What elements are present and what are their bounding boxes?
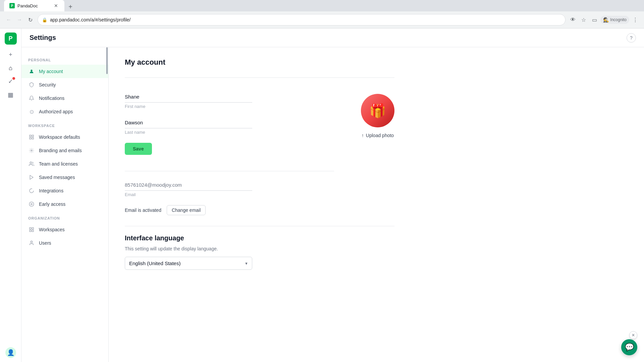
early-access-icon [28,201,35,207]
personal-section-label: PERSONAL [21,55,108,65]
upload-photo-button[interactable]: ↑ Upload photo [362,133,394,138]
refresh-button[interactable]: ↻ [25,15,35,24]
settings-main: My account First name [109,47,644,362]
authorized-apps-label: Authorized apps [39,109,73,114]
integrations-label: Integrations [39,188,63,193]
workspace-defaults-icon [28,134,35,140]
tab-favicon: P [9,3,15,8]
sidebar-item-authorized-apps[interactable]: ⊙ Authorized apps [21,105,108,118]
svg-rect-11 [32,228,34,229]
workspace-defaults-label: Workspace defaults [39,134,80,140]
bar-chart-icon: ▦ [8,91,13,99]
chat-icon: 💬 [625,343,634,352]
branding-emails-label: Branding and emails [39,148,82,153]
sidebar-item-early-access[interactable]: Early access [21,197,108,211]
upload-icon: ↑ [362,133,364,138]
team-licenses-icon [28,161,35,167]
last-name-group: Last name [125,117,334,135]
security-icon [28,81,35,88]
new-tab-button[interactable]: + [66,2,75,11]
help-icon: ? [630,35,633,41]
svg-point-6 [30,162,32,164]
interface-language-title: Interface language [125,234,394,242]
users-label: Users [39,240,51,246]
sidebar-item-saved-messages[interactable]: Saved messages [21,171,108,184]
branding-emails-icon [28,147,35,154]
sidebar-item-users[interactable]: Users [21,236,108,250]
sidebar-item-security[interactable]: Security [21,78,108,92]
svg-rect-3 [32,137,34,139]
sidebar-item-my-account[interactable]: My account [21,65,108,78]
forward-button[interactable]: → [15,15,24,24]
first-name-input[interactable] [125,91,252,103]
menu-button[interactable]: ⋮ [631,15,640,24]
authorized-apps-icon: ⊙ [28,108,35,115]
browser-chrome: P PandaDoc ✕ + ← → ↻ 🔒 app.pandado [0,0,644,28]
profile-content: First name Last name [125,86,394,215]
svg-rect-1 [30,135,31,137]
home-icon: ⌂ [9,65,12,72]
sidebar-item-branding-emails[interactable]: Branding and emails [21,144,108,157]
team-licenses-label: Team and licenses [39,161,78,167]
scrollbar-thumb[interactable] [106,47,108,74]
sidebar-notifications-button[interactable]: ✓ [5,75,17,87]
svg-rect-10 [30,228,31,229]
star-icon: ☆ [581,17,586,23]
incognito-label: Incognito [610,17,627,22]
security-label: Security [39,82,56,87]
sidebar-item-integrations[interactable]: Integrations [21,184,108,197]
sidebar-item-workspaces[interactable]: Workspaces [21,223,108,236]
svg-point-5 [31,150,32,151]
settings-header: Settings ? [21,28,644,47]
close-chat-button[interactable]: ✕ [629,331,637,339]
back-button[interactable]: ← [4,15,13,24]
svg-rect-13 [30,230,31,232]
interface-language-description: This setting will update the display lan… [125,246,394,251]
split-view-icon: ▭ [592,17,597,23]
email-group: Email [125,179,334,197]
browser-tab-bar: P PandaDoc ✕ + [0,0,644,11]
workspaces-label: Workspaces [39,227,65,232]
sidebar-add-button[interactable]: + [5,49,17,61]
save-button[interactable]: Save [125,143,152,155]
early-access-label: Early access [39,201,65,207]
first-name-group: First name [125,91,334,109]
change-email-button[interactable]: Change email [167,205,206,215]
browser-tab[interactable]: P PandaDoc ✕ [4,0,64,11]
sidebar-item-workspace-defaults[interactable]: Workspace defaults [21,130,108,144]
eye-crossed-button[interactable]: 👁 [568,15,578,24]
organization-section-label: ORGANIZATION [21,214,108,223]
page-section-title: My account [125,58,394,67]
profile-photo-image: 🎁 [361,94,394,127]
email-activated-text: Email is activated [125,207,161,213]
interface-language-section: Interface language This setting will upd… [125,226,394,270]
language-section-divider [125,226,394,226]
integrations-icon [28,187,35,194]
user-avatar[interactable]: 👤 [5,347,16,358]
language-select[interactable]: English (United States) English (UK) Fre… [125,257,252,270]
email-divider [125,171,334,171]
last-name-input[interactable] [125,117,252,128]
sidebar-analytics-button[interactable]: ▦ [5,89,17,101]
notifications-label: Notifications [39,96,64,101]
close-chat-icon: ✕ [632,333,635,338]
email-input[interactable] [125,179,252,191]
chat-widget-button[interactable]: 💬 [621,339,637,355]
profile-photo-aside: 🎁 ↑ Upload photo [361,91,394,215]
settings-nav-sidebar: PERSONAL My account Security [21,47,109,362]
address-url: app.pandadoc.com/a/#/settings/profile/ [50,17,561,22]
svg-point-0 [31,70,32,71]
split-view-button[interactable]: ▭ [590,15,599,24]
tab-close-button[interactable]: ✕ [53,3,59,9]
help-button[interactable]: ? [627,33,636,43]
svg-rect-4 [30,137,31,139]
bookmark-button[interactable]: ☆ [579,15,588,24]
email-status: Email is activated Change email [125,205,334,215]
app-sidebar: P + ⌂ ✓ ▦ 👤 [0,28,21,362]
last-name-label: Last name [125,130,334,135]
settings-main-inner: My account First name [109,47,411,281]
address-bar[interactable]: 🔒 app.pandadoc.com/a/#/settings/profile/ [38,14,566,25]
sidebar-home-button[interactable]: ⌂ [5,62,17,74]
sidebar-item-team-licenses[interactable]: Team and licenses [21,157,108,171]
sidebar-item-notifications[interactable]: Notifications [21,92,108,105]
